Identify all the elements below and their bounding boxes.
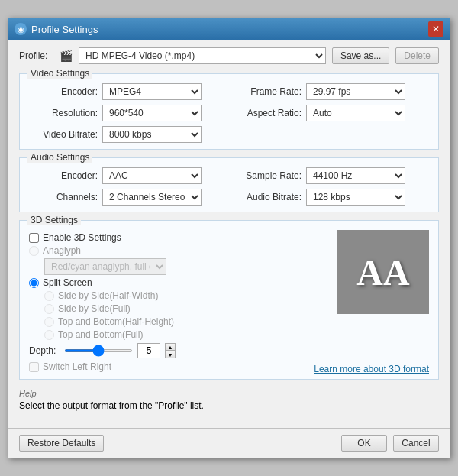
aspect-ratio-row: Aspect Ratio: Auto (233, 105, 429, 121)
split-screen-radio[interactable] (29, 278, 39, 288)
profile-settings-dialog: ◉ Profile Settings ✕ Profile: 🎬 HD MPEG-… (8, 18, 450, 458)
cancel-button[interactable]: Cancel (393, 435, 439, 452)
video-bitrate-label: Video Bitrate: (29, 129, 98, 140)
depth-slider[interactable] (64, 349, 133, 352)
anaglyph-select-row: Red/cyan anaglyph, full color (44, 258, 306, 275)
anaglyph-type-select[interactable]: Red/cyan anaglyph, full color (44, 258, 166, 275)
audio-bitrate-select[interactable]: 128 kbps (306, 189, 405, 206)
dialog-title: Profile Settings (31, 24, 98, 35)
three-d-settings-content: Enable 3D Settings Anaglyph Red/cyan ana… (29, 230, 429, 374)
resolution-label: Resolution: (29, 108, 98, 118)
switch-left-right-row: Switch Left Right (29, 361, 306, 372)
save-as-button[interactable]: Save as... (332, 47, 389, 64)
depth-up-button[interactable]: ▲ (165, 343, 176, 351)
top-bottom-half-label: Top and Bottom(Half-Height) (58, 316, 174, 327)
footer-right: OK Cancel (341, 435, 439, 452)
sample-rate-row: Sample Rate: 44100 Hz (233, 167, 429, 184)
video-settings-title: Video Settings (27, 68, 92, 79)
three-d-right: AA Learn more about 3D format (314, 230, 429, 374)
depth-spinner: ▲ ▼ (165, 343, 176, 358)
top-bottom-full-row: Top and Bottom(Full) (44, 329, 306, 340)
aspect-ratio-select[interactable]: Auto (306, 105, 405, 121)
frame-rate-select[interactable]: 29.97 fps (306, 83, 405, 100)
aspect-ratio-label: Aspect Ratio: (233, 108, 302, 118)
help-section: Help Select the output format from the "… (19, 387, 439, 413)
audio-settings-title: Audio Settings (27, 152, 92, 163)
switch-left-right-checkbox[interactable] (29, 362, 39, 372)
title-bar: ◉ Profile Settings ✕ (8, 18, 450, 40)
video-settings-content: Encoder: MPEG4 Frame Rate: 29.97 fps Res… (29, 83, 429, 143)
three-d-settings-title: 3D Settings (27, 215, 81, 225)
three-d-options: Enable 3D Settings Anaglyph Red/cyan ana… (29, 230, 306, 374)
dialog-body: Profile: 🎬 HD MPEG-4 Video (*.mp4) Save … (8, 40, 450, 428)
profile-select[interactable]: HD MPEG-4 Video (*.mp4) (79, 47, 326, 64)
channels-select[interactable]: 2 Channels Stereo (102, 189, 202, 206)
sample-rate-select[interactable]: 44100 Hz (306, 167, 405, 184)
split-screen-options: Side by Side(Half-Width) Side by Side(Fu… (44, 290, 306, 340)
encoder-row: Encoder: MPEG4 (29, 83, 225, 100)
audio-encoder-select[interactable]: AAC (102, 167, 202, 184)
audio-bitrate-row: Audio Bitrate: 128 kbps (233, 189, 429, 206)
audio-settings-section: Audio Settings Encoder: AAC Sample Rate:… (19, 157, 439, 212)
split-screen-label: Split Screen (43, 277, 92, 288)
encoder-label: Encoder: (29, 86, 98, 97)
depth-row: Depth: ▲ ▼ (29, 343, 306, 358)
profile-icon: 🎬 (60, 50, 73, 62)
side-by-side-half-label: Side by Side(Half-Width) (58, 290, 158, 301)
enable-3d-checkbox[interactable] (29, 233, 39, 243)
channels-row: Channels: 2 Channels Stereo (29, 189, 225, 206)
preview-text: AA (356, 251, 409, 293)
title-bar-left: ◉ Profile Settings (15, 23, 98, 35)
audio-form-grid: Encoder: AAC Sample Rate: 44100 Hz Chann… (29, 167, 429, 206)
video-form-grid: Encoder: MPEG4 Frame Rate: 29.97 fps Res… (29, 83, 429, 143)
channels-label: Channels: (29, 192, 98, 202)
help-title-row: Help (19, 389, 439, 398)
top-bottom-half-radio[interactable] (44, 317, 54, 327)
help-text: Select the output format from the "Profi… (19, 400, 204, 411)
resolution-row: Resolution: 960*540 (29, 105, 225, 121)
resolution-select[interactable]: 960*540 (102, 105, 202, 121)
switch-left-right-label: Switch Left Right (43, 361, 111, 372)
audio-encoder-label: Encoder: (29, 170, 98, 181)
sample-rate-label: Sample Rate: (233, 170, 302, 181)
anaglyph-label: Anaglyph (43, 245, 81, 256)
anaglyph-radio[interactable] (29, 246, 39, 256)
depth-input[interactable] (137, 343, 160, 358)
top-bottom-full-radio[interactable] (44, 330, 54, 340)
learn-more-link[interactable]: Learn more about 3D format (314, 364, 429, 374)
top-bottom-half-row: Top and Bottom(Half-Height) (44, 316, 306, 327)
audio-bitrate-label: Audio Bitrate: (233, 192, 302, 202)
anaglyph-row: Anaglyph (29, 245, 306, 256)
ok-button[interactable]: OK (341, 435, 387, 452)
encoder-select[interactable]: MPEG4 (102, 83, 202, 100)
video-bitrate-row: Video Bitrate: 8000 kbps (29, 126, 225, 143)
depth-label: Depth: (29, 345, 60, 356)
dialog-icon: ◉ (15, 23, 27, 35)
three-d-container: Enable 3D Settings Anaglyph Red/cyan ana… (29, 230, 429, 374)
side-by-side-half-radio[interactable] (44, 291, 54, 301)
side-by-side-full-label: Side by Side(Full) (58, 303, 131, 314)
close-button[interactable]: ✕ (428, 21, 443, 37)
delete-button[interactable]: Delete (395, 47, 439, 64)
frame-rate-row: Frame Rate: 29.97 fps (233, 83, 429, 100)
frame-rate-label: Frame Rate: (233, 86, 302, 97)
depth-down-button[interactable]: ▼ (165, 351, 176, 358)
profile-label: Profile: (19, 50, 53, 61)
side-by-side-full-radio[interactable] (44, 304, 54, 314)
split-screen-row: Split Screen (29, 277, 306, 288)
learn-more-row: Learn more about 3D format (314, 364, 429, 374)
profile-row: Profile: 🎬 HD MPEG-4 Video (*.mp4) Save … (19, 47, 439, 64)
top-bottom-full-label: Top and Bottom(Full) (58, 329, 143, 340)
video-settings-section: Video Settings Encoder: MPEG4 Frame Rate… (19, 73, 439, 150)
help-title: Help (19, 389, 37, 398)
side-by-side-full-row: Side by Side(Full) (44, 303, 306, 314)
audio-encoder-row: Encoder: AAC (29, 167, 225, 184)
three-d-settings-section: 3D Settings Enable 3D Settings Anaglyph (19, 220, 439, 380)
enable-3d-row: Enable 3D Settings (29, 232, 306, 243)
audio-settings-content: Encoder: AAC Sample Rate: 44100 Hz Chann… (29, 167, 429, 206)
enable-3d-label: Enable 3D Settings (43, 232, 121, 243)
video-bitrate-select[interactable]: 8000 kbps (102, 126, 202, 143)
restore-defaults-button[interactable]: Restore Defaults (19, 435, 104, 452)
side-by-side-half-row: Side by Side(Half-Width) (44, 290, 306, 301)
three-d-preview: AA (337, 230, 429, 314)
